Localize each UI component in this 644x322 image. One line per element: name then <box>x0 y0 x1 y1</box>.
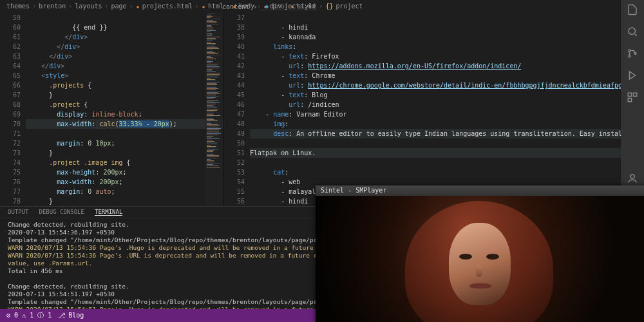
svg-point-1 <box>629 50 630 52</box>
run-icon[interactable] <box>627 70 638 81</box>
code-right[interactable]: - hindi - kannada links: - text: Firefox… <box>250 13 643 206</box>
status-branch[interactable]: ⎇ Blog <box>58 309 84 322</box>
svg-rect-6 <box>628 99 631 102</box>
svg-rect-4 <box>628 93 631 96</box>
gutter-right: 3738394041424344454647484950515253545556… <box>224 13 250 206</box>
video-frame <box>316 196 644 322</box>
tab-projects-md[interactable]: ◆ projects.md <box>261 3 319 10</box>
source-control-icon[interactable] <box>627 48 638 59</box>
tab-output[interactable]: OUTPUT <box>8 209 29 216</box>
svg-point-7 <box>630 175 634 178</box>
svg-rect-5 <box>634 93 637 96</box>
account-icon[interactable] <box>627 173 638 184</box>
status-problems[interactable]: ⊘ 0 ⚠ 1 ⓘ 1 <box>6 309 52 322</box>
gutter-left: 5960616263646566676869707172737475767778… <box>0 13 26 206</box>
right-editor-tabs: content› ◆ projects.md <box>222 0 319 13</box>
video-player-window[interactable]: Sintel - SMPlayer <box>316 185 644 322</box>
files-icon[interactable] <box>627 4 638 15</box>
tab-debug-console[interactable]: DEBUG CONSOLE <box>39 209 84 216</box>
minimap-left[interactable] <box>205 13 223 206</box>
editor-right[interactable]: 3738394041424344454647484950515253545556… <box>224 13 644 206</box>
tab-terminal[interactable]: TERMINAL <box>95 209 122 216</box>
svg-point-2 <box>629 55 630 57</box>
svg-point-3 <box>634 53 636 55</box>
svg-point-0 <box>629 28 636 35</box>
editor-left[interactable]: 5960616263646566676869707172737475767778… <box>0 13 224 206</box>
extensions-icon[interactable] <box>627 91 638 103</box>
code-left[interactable]: {{ end }} </div> </div> </div> </div> <s… <box>26 13 223 206</box>
video-title-bar[interactable]: Sintel - SMPlayer <box>316 185 644 196</box>
search-icon[interactable] <box>627 26 638 37</box>
breadcrumb[interactable]: themes› brenton› layouts› page› ⬥project… <box>0 0 644 13</box>
activity-bar <box>621 0 644 206</box>
